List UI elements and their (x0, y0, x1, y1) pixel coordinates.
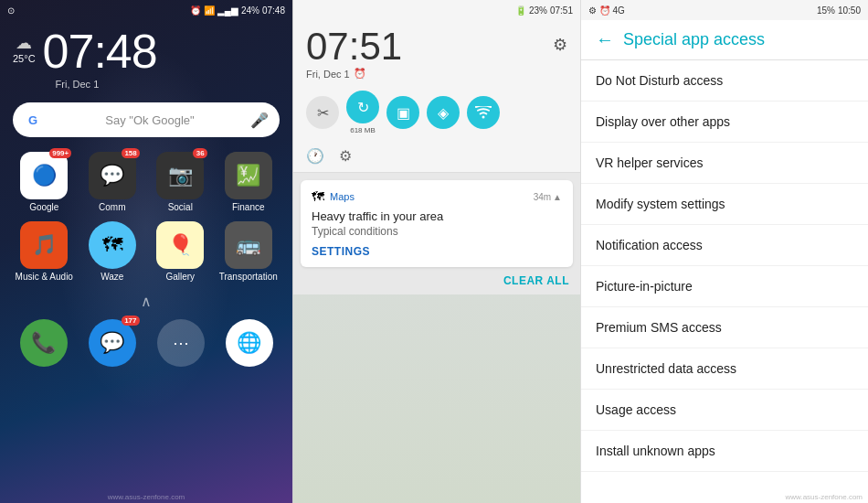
app-comm[interactable]: 💬 158 Comm (81, 152, 144, 212)
data-label: 618 MB (350, 126, 376, 134)
google-badge: 999+ (49, 148, 71, 158)
app-google[interactable]: 🔵 999+ Google (13, 152, 76, 212)
waze-icon: 🗺 (102, 233, 122, 257)
app-social[interactable]: 📷 36 Social (149, 152, 212, 212)
comm-label: Comm (99, 202, 125, 212)
gallery-icon: 🎈 (168, 233, 193, 257)
data-icon: ↻ (346, 91, 379, 123)
dock-phone[interactable]: 📞 (13, 319, 74, 367)
screen-icon: ▣ (386, 96, 419, 129)
home-weather: ☁ 25°C (13, 33, 36, 64)
notif-action-button[interactable]: SETTINGS (312, 245, 562, 258)
quick-tile-scissor[interactable]: ✂ (306, 96, 339, 129)
social-icon: 📷 (168, 164, 193, 187)
google-label: Google (29, 202, 58, 212)
notif-date: Fri, Dec 1 (306, 69, 350, 80)
notif-time-ago: 34m ▲ (534, 192, 562, 202)
settings-item-vr[interactable]: VR helper services (581, 143, 868, 184)
settings-status-icons: ⚙ ⏰ 4G (588, 5, 625, 16)
settings-item-notification[interactable]: Notification access (581, 225, 868, 266)
music-icon: 🎵 (32, 233, 57, 257)
quick-tile-wifi[interactable] (467, 96, 500, 129)
notif-app-name: Maps (330, 191, 355, 202)
settings-status-bar: ⚙ ⏰ 4G 15% 10:50 (581, 0, 868, 20)
notif-battery-icon: 🔋 (515, 5, 526, 16)
nav-up-hint: ∧ (0, 285, 292, 314)
battery-indicator: 24% (241, 5, 259, 16)
home-dock: 📞 💬 177 ⋯ 🌐 (0, 314, 292, 372)
transport-label: Transportation (219, 272, 278, 282)
notif-big-clock: 07:51 (306, 27, 402, 66)
google-icon: 🔵 (32, 164, 57, 187)
notif-blur-background (293, 294, 580, 503)
music-label: Music & Audio (16, 272, 73, 282)
app-waze[interactable]: 🗺 Waze (81, 221, 144, 282)
back-arrow-button[interactable]: ← (596, 29, 614, 50)
temperature: 25°C (13, 53, 36, 64)
chrome-icon: 🌐 (237, 331, 261, 355)
settings-control-icon[interactable]: ⚙ (339, 147, 352, 165)
maps-app-icon: 🗺 (312, 189, 324, 204)
app-transport[interactable]: 🚌 Transportation (217, 221, 281, 282)
quick-tile-data[interactable]: ↻ 618 MB (346, 91, 379, 134)
settings-item-premium-sms[interactable]: Premium SMS access (581, 307, 868, 348)
svg-point-0 (482, 115, 485, 118)
home-app-grid-row1: 🔵 999+ Google 💬 158 Comm 📷 36 Social 💹 F… (0, 146, 292, 218)
messages-badge: 177 (122, 316, 139, 326)
settings-item-modify-system[interactable]: Modify system settings (581, 184, 868, 225)
settings-item-unrestricted-data[interactable]: Unrestricted data access (581, 348, 868, 390)
settings-item-pip[interactable]: Picture-in-picture (581, 266, 868, 307)
app-gallery[interactable]: 🎈 Gallery (149, 221, 212, 282)
alarm-icon: ⏰ (190, 5, 201, 16)
social-label: Social (168, 202, 193, 212)
quick-settings-tiles: ✂ ↻ 618 MB ▣ ◈ (293, 85, 580, 144)
clear-all-button[interactable]: CLEAR ALL (503, 274, 569, 287)
notif-battery-pct: 23% (529, 5, 547, 16)
weather-icon: ☁ (16, 33, 32, 53)
scissor-icon: ✂ (306, 96, 339, 129)
settings-page-title: Special app access (623, 30, 765, 49)
google-search-bar[interactable]: G Say "Ok Google" 🎤 (13, 102, 280, 137)
settings-watermark: www.asus-zenfone.com (581, 491, 868, 503)
app-finance[interactable]: 💹 Finance (217, 152, 281, 212)
dock-messages[interactable]: 💬 177 (81, 319, 143, 367)
phone-icon: 📞 (31, 331, 56, 355)
notif-card-header: 🗺 Maps 34m ▲ (312, 189, 562, 204)
settings-item-dnd[interactable]: Do Not Disturb access (581, 60, 868, 102)
notif-status-bar: 🔋 23% 07:51 (293, 0, 580, 20)
up-arrow-icon: ▲ (553, 192, 562, 202)
clock-control-icon[interactable]: 🕐 (306, 147, 324, 165)
special-app-access-list: Do Not Disturb access Display over other… (581, 60, 868, 491)
home-clock-status: 07:48 (262, 5, 285, 16)
notif-settings-gear[interactable]: ⚙ (553, 35, 567, 55)
home-time: 07:48 (43, 27, 157, 75)
notif-card-maps[interactable]: 🗺 Maps 34m ▲ Heavy traffic in your area … (301, 180, 573, 267)
settings-battery: 15% (817, 5, 835, 16)
comm-badge: 158 (122, 148, 139, 158)
home-clock-area: ☁ 25°C 07:48 Fri, Dec 1 (0, 20, 292, 93)
search-hint: Say "Ok Google" (49, 113, 250, 127)
settings-header: ← Special app access (581, 20, 868, 60)
home-app-grid-row2: 🎵 Music & Audio 🗺 Waze 🎈 Gallery 🚌 Trans… (0, 218, 292, 285)
time-ago-value: 34m (534, 192, 551, 202)
dock-chrome[interactable]: 🌐 (218, 319, 280, 367)
settings-clock: 10:50 (838, 5, 861, 16)
transport-icon: 🚌 (236, 233, 260, 257)
notif-header: 07:51 Fri, Dec 1 ⏰ ⚙ (293, 20, 580, 85)
settings-item-install-unknown[interactable]: Install unknown apps (581, 431, 868, 472)
mic-icon[interactable]: 🎤 (250, 112, 269, 129)
alarm-set-icon: ⏰ (354, 68, 366, 80)
quick-tile-rotate[interactable]: ◈ (427, 96, 460, 129)
settings-item-display-over[interactable]: Display over other apps (581, 102, 868, 143)
signal-icon: ▂▄▆ (217, 5, 238, 16)
notif-controls-row: 🕐 ⚙ (293, 144, 580, 173)
settings-item-usage[interactable]: Usage access (581, 390, 868, 431)
quick-tile-screen[interactable]: ▣ (386, 96, 419, 129)
dock-apps[interactable]: ⋯ (150, 319, 211, 367)
asus-icon: ⊙ (7, 5, 15, 16)
home-date: Fri, Dec 1 (56, 79, 157, 90)
app-music[interactable]: 🎵 Music & Audio (13, 221, 76, 282)
home-watermark: www.asus-zenfone.com (108, 493, 185, 501)
rotate-icon: ◈ (427, 96, 460, 129)
messages-icon: 💬 (100, 331, 124, 355)
